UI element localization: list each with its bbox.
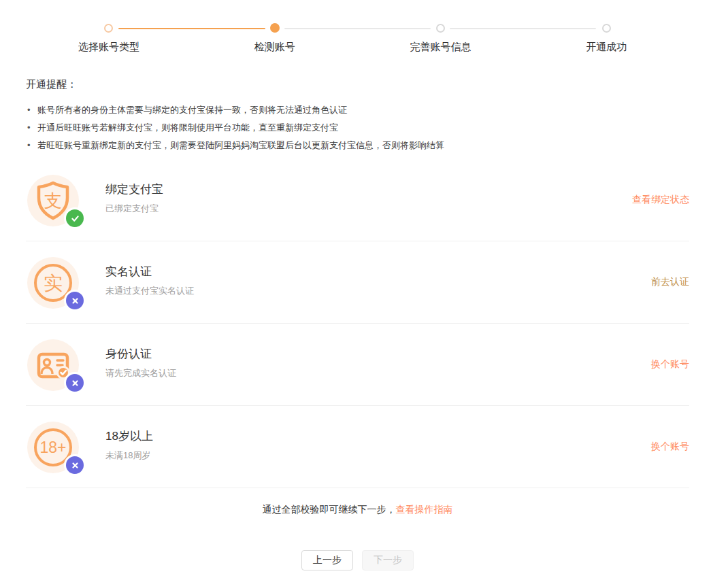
check-title: 18岁以上 xyxy=(105,428,153,444)
check-item-age-18: 18+ 18岁以上 未满18周岁 换个账号 xyxy=(26,422,689,488)
wizard-button-row: 上一步 下一步 xyxy=(26,550,689,570)
footer-note-text: 通过全部校验即可继续下一步， xyxy=(263,504,396,515)
status-fail-badge xyxy=(64,290,86,311)
step-check-account: 检测账号 xyxy=(192,24,358,55)
check-subtitle: 未通过支付宝实名认证 xyxy=(105,285,194,297)
main-content: 选择账号类型 检测账号 完善账号信息 开通成功 开通提醒： 账号所有者的身份主体… xyxy=(26,0,689,570)
notice-item: 开通后旺旺账号若解绑支付宝，则将限制使用平台功能，直至重新绑定支付宝 xyxy=(26,119,689,137)
change-account-link[interactable]: 换个账号 xyxy=(651,358,689,371)
notice-title: 开通提醒： xyxy=(26,78,689,91)
realname-glyph: 实 xyxy=(44,273,63,294)
view-binding-status-link[interactable]: 查看绑定状态 xyxy=(632,194,689,206)
notice-list: 账号所有者的身份主体需要与绑定的支付宝保持一致，否则将无法通过角色认证 开通后旺… xyxy=(26,101,689,154)
check-title: 实名认证 xyxy=(105,264,152,279)
step-complete-info: 完善账号信息 xyxy=(358,24,524,55)
step-label: 完善账号信息 xyxy=(410,41,471,54)
status-fail-badge xyxy=(64,454,86,476)
age-18-plus-icon: 18+ xyxy=(27,422,79,473)
step-label: 检测账号 xyxy=(254,41,295,54)
step-select-account-type: 选择账号类型 xyxy=(26,24,192,55)
operation-guide-link[interactable]: 查看操作指南 xyxy=(396,504,453,515)
age-glyph: 18+ xyxy=(39,439,66,456)
step-label: 开通成功 xyxy=(586,41,627,54)
next-step-button[interactable]: 下一步 xyxy=(362,550,414,570)
check-item-identity: 身份认证 请先完成实名认证 换个账号 xyxy=(26,339,689,406)
alipay-shield-icon: 支 xyxy=(27,175,79,226)
wizard-stepper: 选择账号类型 检测账号 完善账号信息 开通成功 xyxy=(26,24,689,55)
status-fail-badge xyxy=(64,372,86,394)
check-title: 身份认证 xyxy=(105,346,152,362)
notice-item: 若旺旺账号重新绑定新的支付宝，则需要登陆阿里妈妈淘宝联盟后台以更新支付宝信息，否… xyxy=(26,137,689,154)
change-account-link[interactable]: 换个账号 xyxy=(651,441,689,453)
prev-step-button[interactable]: 上一步 xyxy=(301,550,353,570)
open-reminder-notice: 开通提醒： 账号所有者的身份主体需要与绑定的支付宝保持一致，否则将无法通过角色认… xyxy=(26,78,689,154)
step-success: 开通成功 xyxy=(523,24,689,55)
realname-icon: 实 xyxy=(27,257,79,309)
account-check-list: 支 绑定支付宝 已绑定支付宝 查看绑定状态 实 xyxy=(26,175,689,488)
status-pass-badge xyxy=(64,207,86,229)
check-subtitle: 已绑定支付宝 xyxy=(105,203,159,215)
alipay-glyph: 支 xyxy=(44,190,62,211)
check-subtitle: 请先完成实名认证 xyxy=(105,367,176,379)
check-title: 绑定支付宝 xyxy=(105,182,163,197)
notice-item: 账号所有者的身份主体需要与绑定的支付宝保持一致，否则将无法通过角色认证 xyxy=(26,101,689,119)
step-dot-done xyxy=(104,24,113,33)
footer-note: 通过全部校验即可继续下一步，查看操作指南 xyxy=(26,504,689,516)
check-subtitle: 未满18周岁 xyxy=(105,449,150,462)
check-item-realname: 实 实名认证 未通过支付宝实名认证 前去认证 xyxy=(26,257,689,324)
step-dot-active xyxy=(270,23,280,33)
step-label: 选择账号类型 xyxy=(78,41,139,54)
id-card-icon xyxy=(27,339,79,391)
step-dot-pending xyxy=(602,24,611,33)
step-dot-pending xyxy=(436,24,445,33)
check-item-bind-alipay: 支 绑定支付宝 已绑定支付宝 查看绑定状态 xyxy=(26,175,689,241)
go-verify-link[interactable]: 前去认证 xyxy=(651,276,689,288)
